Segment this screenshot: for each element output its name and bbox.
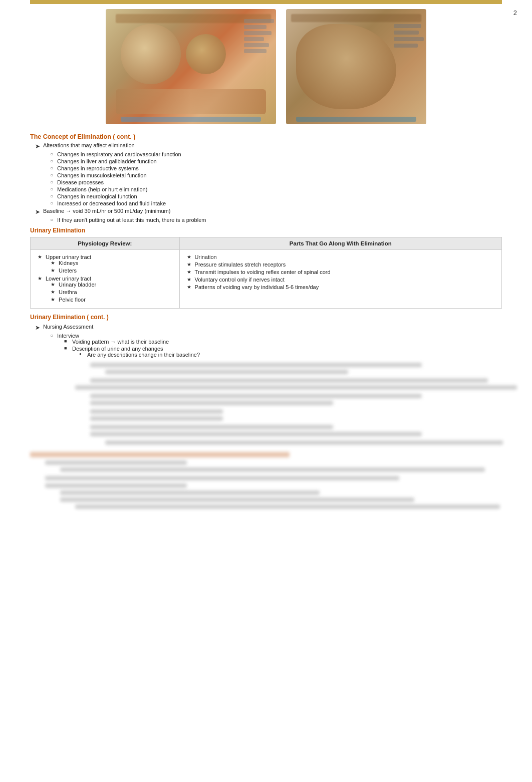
list-item: Medications (help or hurt elimination) (50, 186, 502, 192)
arrow-icon: ➤ (35, 324, 40, 331)
table-header-col1: Physiology Review: (31, 237, 180, 250)
anatomy-image-left (106, 9, 276, 124)
table-row: Upper urinary tract Kidneys Ureters Lowe… (31, 250, 502, 309)
alterations-list: Changes in respiratory and cardiovascula… (50, 151, 502, 206)
concept-section: The Concept of Elimination ( cont. ) ➤ A… (30, 133, 502, 223)
table-header-col2: Parts That Go Along With Elimination (179, 237, 501, 250)
urinary-cont-section: Urinary Elimination ( cont. ) ➤ Nursing … (30, 314, 502, 358)
anatomy-image-right (286, 9, 426, 124)
alterations-item: ➤ Alterations that may affect eliminatio… (35, 142, 502, 150)
baseline-label: Baseline → void 30 mL/hr or 500 mL/day (… (43, 208, 170, 214)
upper-tract-sub: Kidneys Ureters (51, 260, 172, 274)
table-cell-physiology: Upper urinary tract Kidneys Ureters Lowe… (31, 250, 180, 309)
list-item: Disease processes (50, 179, 502, 185)
baseline-item: ➤ Baseline → void 30 mL/hr or 500 mL/day… (35, 208, 502, 215)
transmit-item: Transmit impulses to voiding reflex cent… (187, 269, 494, 275)
concept-title: The Concept of Elimination ( cont. ) (30, 133, 502, 140)
images-row (30, 9, 502, 124)
table-cell-parts: Urination Pressure stimulates stretch re… (179, 250, 501, 309)
description-item: Description of urine and any changes Are… (64, 346, 502, 358)
list-item: Changes in respiratory and cardiovascula… (50, 151, 502, 157)
page: 2 (0, 0, 532, 782)
nursing-sub-list: Interview Voiding pattern → what is thei… (50, 333, 502, 358)
baseline-sub-item: If they aren't putting out at least this… (50, 217, 502, 223)
list-item: Changes in musculoskeletal function (50, 172, 502, 178)
nursing-assessment-item: ➤ Nursing Assessment (35, 324, 502, 331)
list-item: Changes in neurological function (50, 193, 502, 199)
urinary-section: Urinary Elimination Physiology Review: P… (30, 227, 502, 309)
physiology-list: Upper urinary tract Kidneys Ureters Lowe… (38, 254, 172, 303)
urinary-table: Physiology Review: Parts That Go Along W… (30, 237, 502, 309)
top-bar (30, 0, 502, 4)
lower-tract-item: Lower urinary tract Urinary bladder Uret… (38, 276, 172, 303)
urination-item: Urination (187, 254, 494, 260)
kidneys-item: Kidneys (51, 260, 172, 266)
parts-list: Urination Pressure stimulates stretch re… (187, 254, 494, 290)
patterns-item: Patterns of voiding vary by individual 5… (187, 284, 494, 290)
list-item: Changes in liver and gallbladder functio… (50, 158, 502, 164)
blurred-content (60, 363, 502, 445)
upper-tract-item: Upper urinary tract Kidneys Ureters (38, 254, 172, 274)
concept-content: ➤ Alterations that may affect eliminatio… (35, 142, 502, 223)
interview-item: Interview Voiding pattern → what is thei… (50, 333, 502, 358)
bladder-item: Urinary bladder (51, 282, 172, 288)
list-item: Changes in reproductive systems (50, 165, 502, 171)
voiding-item: Voiding pattern → what is their baseline (64, 339, 502, 345)
nursing-label: Nursing Assessment (43, 324, 93, 330)
page-number: 2 (513, 9, 517, 17)
urinary-cont-title: Urinary Elimination ( cont. ) (30, 314, 502, 321)
lower-tract-sub: Urinary bladder Urethra Pelvic floor (51, 282, 172, 303)
arrow-icon: ➤ (35, 208, 40, 215)
nursing-block: ➤ Nursing Assessment Interview Voiding p… (35, 324, 502, 358)
baseline-q-item: Are any descriptions change in their bas… (79, 352, 502, 358)
urethra-item: Urethra (51, 289, 172, 295)
urinary-title: Urinary Elimination (30, 227, 502, 234)
description-sub: Are any descriptions change in their bas… (79, 352, 502, 358)
voluntary-item: Voluntary control only if nerves intact (187, 277, 494, 283)
pressure-item: Pressure stimulates stretch receptors (187, 262, 494, 268)
ureters-item: Ureters (51, 268, 172, 274)
pelvic-item: Pelvic floor (51, 297, 172, 303)
blurred-content-2 (30, 452, 502, 509)
list-item: Increased or decreased food and fluid in… (50, 200, 502, 206)
arrow-icon: ➤ (35, 143, 40, 150)
alterations-label: Alterations that may affect elimination (43, 142, 135, 148)
interview-sub: Voiding pattern → what is their baseline… (64, 339, 502, 358)
baseline-sub-list: If they aren't putting out at least this… (50, 217, 502, 223)
